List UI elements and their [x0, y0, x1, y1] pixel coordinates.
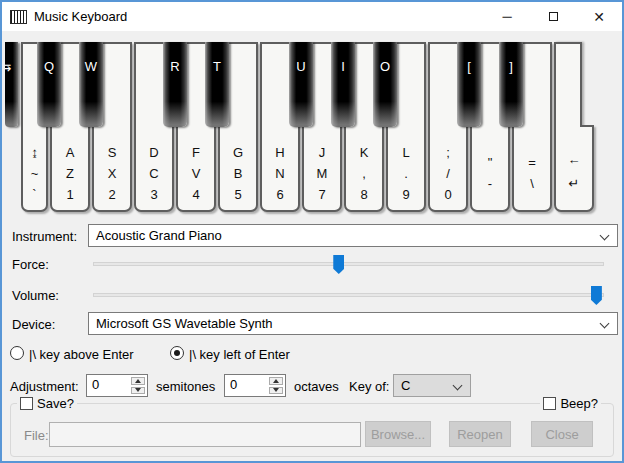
black-key-o[interactable]: O: [373, 42, 397, 127]
close-button[interactable]: ✕: [576, 2, 622, 31]
volume-label: Volume:: [12, 288, 59, 303]
device-combobox[interactable]: Microsoft GS Wavetable Synth: [88, 312, 618, 335]
titlebar: Music Keyboard ─ ✕: [2, 2, 622, 31]
semitones-value: 0: [92, 377, 99, 392]
reopen-button[interactable]: Reopen: [449, 421, 511, 447]
black-key-q[interactable]: Q: [37, 42, 61, 127]
close-file-button[interactable]: Close: [531, 421, 593, 447]
instrument-label: Instrument:: [12, 229, 77, 244]
arrow-down-icon: [135, 388, 141, 392]
radio-key-above-enter[interactable]: [10, 346, 24, 360]
music-keyboard-window: Music Keyboard ─ ✕ ↨ ~ ` A Z 1: [0, 0, 624, 463]
radio-key-above-enter-label[interactable]: |\ key above Enter: [29, 347, 134, 362]
black-key-lbracket[interactable]: [: [457, 42, 481, 127]
volume-slider-track[interactable]: [93, 293, 604, 297]
backspace-icon: ←: [568, 148, 581, 172]
app-icon: [10, 10, 27, 24]
force-slider-track[interactable]: [93, 262, 604, 266]
black-key-u[interactable]: U: [289, 42, 313, 127]
chevron-down-icon: [600, 231, 610, 241]
black-key-t[interactable]: T: [205, 42, 229, 127]
semitones-stepper[interactable]: 0: [86, 374, 148, 397]
radio-key-left-of-enter[interactable]: [170, 346, 184, 360]
force-label: Force:: [12, 257, 49, 272]
black-key-i[interactable]: I: [331, 42, 355, 127]
device-label: Device:: [12, 317, 55, 332]
force-slider-thumb[interactable]: [333, 255, 344, 274]
force-slider[interactable]: [93, 254, 604, 276]
save-checkbox[interactable]: [20, 397, 33, 410]
black-key-tab[interactable]: ⇆: [5, 42, 18, 127]
chevron-down-icon: [600, 319, 610, 329]
maximize-button[interactable]: [530, 2, 576, 31]
beep-checkbox[interactable]: [543, 397, 556, 410]
save-checkbox-row[interactable]: Save?: [17, 396, 77, 411]
key-of-combobox[interactable]: C: [393, 374, 471, 397]
volume-slider[interactable]: [93, 285, 604, 307]
black-key-rbracket[interactable]: ]: [499, 42, 523, 127]
file-groupbox: Save? Beep? File: Browse... Reopen Close: [10, 403, 614, 457]
file-label: File:: [24, 428, 49, 443]
key-of-value: C: [401, 378, 410, 393]
arrow-up-icon: [273, 379, 279, 383]
semitones-label: semitones: [156, 379, 215, 394]
octaves-up-button[interactable]: [269, 377, 283, 385]
octaves-down-button[interactable]: [269, 387, 283, 395]
browse-button[interactable]: Browse...: [365, 421, 431, 447]
chevron-down-icon: [453, 381, 463, 391]
enter-icon: ↵: [569, 172, 580, 196]
semitones-down-button[interactable]: [131, 387, 145, 395]
maximize-icon: [549, 12, 558, 21]
white-key-enter[interactable]: ← ↵: [554, 42, 594, 212]
instrument-combobox[interactable]: Acoustic Grand Piano: [88, 224, 618, 247]
beep-checkbox-label: Beep?: [560, 396, 598, 411]
black-key-w[interactable]: W: [79, 42, 103, 127]
arrow-down-icon: [273, 388, 279, 392]
instrument-value: Acoustic Grand Piano: [96, 228, 222, 243]
adjustment-label: Adjustment:: [10, 379, 79, 394]
semitones-up-button[interactable]: [131, 377, 145, 385]
device-value: Microsoft GS Wavetable Synth: [96, 316, 273, 331]
black-key-r[interactable]: R: [163, 42, 187, 127]
octaves-label: octaves: [294, 379, 339, 394]
piano-keyboard: ↨ ~ ` A Z 1 S X 2 D C 3: [2, 42, 624, 218]
octaves-value: 0: [230, 377, 237, 392]
beep-checkbox-row[interactable]: Beep?: [540, 396, 601, 411]
key-of-label: Key of:: [349, 379, 389, 394]
arrow-up-icon: [135, 379, 141, 383]
minimize-button[interactable]: ─: [484, 2, 530, 31]
octaves-stepper[interactable]: 0: [224, 374, 286, 397]
tab-icon: ⇆: [5, 42, 18, 74]
window-title: Music Keyboard: [34, 9, 127, 24]
volume-slider-thumb[interactable]: [591, 286, 602, 305]
save-checkbox-label: Save?: [37, 396, 74, 411]
file-input[interactable]: [49, 422, 361, 447]
radio-key-left-of-enter-label[interactable]: |\ key left of Enter: [189, 347, 290, 362]
